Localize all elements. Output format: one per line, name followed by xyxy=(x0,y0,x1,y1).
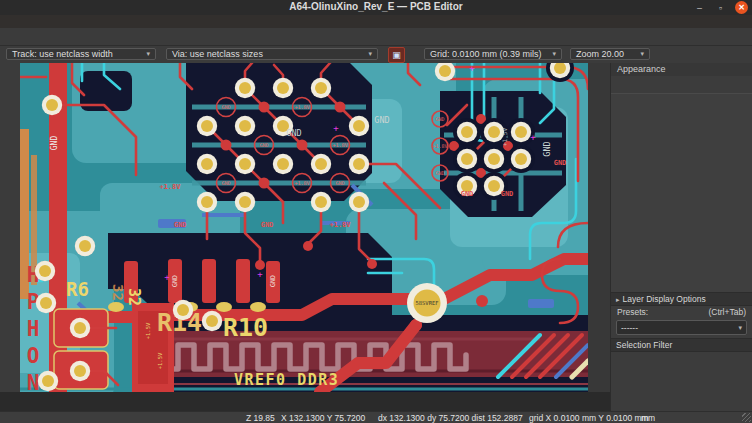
svg-text:GND: GND xyxy=(435,170,444,176)
svg-text:GND: GND xyxy=(221,180,230,186)
auto-track-width-icon[interactable]: ▣ xyxy=(388,47,405,63)
svg-text:+1.5V: +1.5V xyxy=(157,352,163,369)
svg-text:GND: GND xyxy=(221,104,230,110)
chevron-down-icon: ▾ xyxy=(552,50,556,58)
expand-arrow-icon: ▸ xyxy=(616,296,620,303)
selection-filter-grid xyxy=(611,352,752,355)
appearance-tabs xyxy=(611,76,752,94)
svg-text:GND: GND xyxy=(554,159,567,167)
svg-text:+: + xyxy=(530,132,536,142)
svg-text:GND: GND xyxy=(50,136,59,151)
svg-text:GND: GND xyxy=(374,115,389,125)
maximize-icon[interactable]: ▫ xyxy=(714,1,727,14)
appearance-title: Appearance xyxy=(611,63,752,76)
svg-text:+: + xyxy=(164,272,170,282)
grid-dropdown[interactable]: Grid: 0.0100 mm (0.39 mils)▾ xyxy=(424,48,562,60)
svg-text:+1.8V: +1.8V xyxy=(294,104,309,110)
chevron-down-icon: ▾ xyxy=(146,50,150,58)
via-size-value: Via: use netclass sizes xyxy=(172,49,263,59)
layers-list xyxy=(611,94,752,292)
svg-text:+: + xyxy=(333,123,339,133)
svg-text:GND: GND xyxy=(269,275,277,287)
track-width-dropdown[interactable]: Track: use netclass width▾ xyxy=(6,48,156,60)
titlebar: A64-OlinuXino_Rev_E — PCB Editor – ▫ ✕ xyxy=(0,0,752,15)
minimize-icon[interactable]: – xyxy=(693,1,706,14)
svg-text:+1.8V: +1.8V xyxy=(432,143,447,149)
svg-text:+: + xyxy=(469,63,475,73)
svg-text:+1.8V: +1.8V xyxy=(329,221,351,229)
via-net-label: 58SVREF xyxy=(415,300,438,306)
presets-label: Presets: xyxy=(617,307,648,319)
main-toolbar xyxy=(0,28,752,46)
resize-grip[interactable] xyxy=(742,413,751,422)
units-readout: mm xyxy=(641,413,655,423)
via-size-dropdown[interactable]: Via: use netclass sizes▾ xyxy=(166,48,378,60)
svg-text:GND: GND xyxy=(435,116,444,122)
large-via: 58SVREF xyxy=(407,283,447,323)
chevron-down-icon: ▾ xyxy=(738,324,742,332)
relative-position: dx 132.1300 dy 75.7200 dist 152.2887 xyxy=(378,413,523,423)
status-bar xyxy=(0,392,610,411)
layer-display-options[interactable]: ▸Layer Display Options xyxy=(611,292,752,306)
svg-text:GND: GND xyxy=(542,141,552,156)
grid-readout: grid X 0.0100 mm Y 0.0100 mm xyxy=(529,413,649,423)
appearance-panel: Appearance ▸Layer Display Options Preset… xyxy=(610,63,752,411)
svg-text:+1.5V: +1.5V xyxy=(145,322,151,339)
selection-filter-title: Selection Filter xyxy=(611,338,752,352)
coordinate-bar: Z 19.85 X 132.1300 Y 75.7200 dx 132.1300… xyxy=(0,411,752,423)
right-toolbar xyxy=(588,63,610,411)
pcb-editor-window: A64-OlinuXino_Rev_E — PCB Editor – ▫ ✕ T… xyxy=(0,0,752,423)
silkscreen-num-32-inner: 32 xyxy=(110,284,126,301)
zoom-readout: Z 19.85 xyxy=(246,413,275,423)
svg-text:GND: GND xyxy=(174,221,187,229)
left-toolbar xyxy=(0,63,20,392)
svg-text:+: + xyxy=(257,269,263,279)
zoom-value: Zoom 20.00 xyxy=(576,49,624,59)
silkscreen-num-32: 32 xyxy=(125,288,143,306)
chevron-down-icon: ▾ xyxy=(368,50,372,58)
silkscreen-ref-r6: R6 xyxy=(66,278,89,300)
chevron-down-icon: ▾ xyxy=(640,50,644,58)
svg-text:+1.5V: +1.5V xyxy=(501,128,508,146)
presets-hotkey: (Ctrl+Tab) xyxy=(708,307,746,319)
svg-text:GND: GND xyxy=(259,142,268,148)
svg-text:GND: GND xyxy=(286,128,301,138)
net-label-hphone: HPHONE xyxy=(21,263,45,392)
svg-text:GND: GND xyxy=(501,190,514,198)
svg-text:GND: GND xyxy=(261,221,274,229)
close-icon[interactable]: ✕ xyxy=(735,1,748,14)
svg-text:+1.8V: +1.8V xyxy=(159,183,181,191)
presets-dropdown[interactable]: ------▾ xyxy=(616,320,747,335)
silkscreen-vref-ddr3: VREF0 DDR3 xyxy=(234,371,339,389)
zoom-dropdown[interactable]: Zoom 20.00▾ xyxy=(570,48,650,60)
menubar xyxy=(0,15,752,28)
secondary-toolbar: Track: use netclass width▾ Via: use netc… xyxy=(0,46,752,64)
grid-value: Grid: 0.0100 mm (0.39 mils) xyxy=(430,49,542,59)
cursor-position: X 132.1300 Y 75.7200 xyxy=(281,413,365,423)
svg-text:+1.8V: +1.8V xyxy=(294,180,309,186)
silkscreen-ref-r10: R10 xyxy=(223,313,268,342)
pcb-render: R6 R14 R10 32 32 VREF0 DDR3 HPHONE xyxy=(20,63,588,392)
pcb-canvas[interactable]: R6 R14 R10 32 32 VREF0 DDR3 HPHONE xyxy=(20,63,588,392)
svg-text:GND: GND xyxy=(335,180,344,186)
window-title: A64-OlinuXino_Rev_E — PCB Editor xyxy=(0,1,752,12)
track-width-value: Track: use netclass width xyxy=(12,49,113,59)
svg-text:GND: GND xyxy=(461,190,474,198)
svg-text:GND: GND xyxy=(171,275,179,287)
svg-text:+1.8V: +1.8V xyxy=(332,142,347,148)
